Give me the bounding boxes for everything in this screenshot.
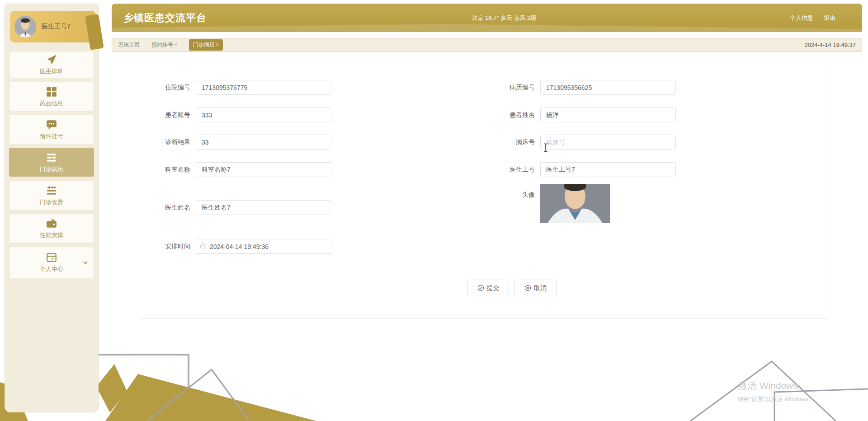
clock-icon [200, 243, 207, 252]
list-arrow-icon [46, 152, 57, 164]
weather-info: 北京 16.7° 多云 东风 2级 [472, 14, 536, 22]
close-icon[interactable]: × [174, 42, 177, 48]
sidebar-item-label: 药品信息 [40, 99, 63, 108]
department-input[interactable] [196, 162, 331, 177]
tab-label: 预约挂号 [151, 42, 173, 48]
tab-label: 门诊病历 [193, 42, 215, 48]
form-panel: 住院编号 病历编号 患者账号 患者姓名 诊断结果 病床号 科室名称 医生工号 医… [139, 67, 829, 319]
record-no-input[interactable] [540, 80, 676, 95]
doctor-avatar-image [14, 16, 36, 37]
doctor-name-label: 医生姓名 [165, 204, 190, 212]
wallet-icon [46, 218, 57, 229]
card-icon [45, 252, 58, 263]
avatar-label: 头像 [522, 191, 535, 199]
sidebar-item-label: 医生排班 [40, 67, 63, 75]
check-circle-icon [477, 285, 484, 291]
sidebar-item-hospitalization[interactable]: 住院安排 [9, 214, 94, 243]
doctor-id-label: 医生工号 [509, 166, 535, 174]
sidebar-item-label: 预约挂号 [40, 132, 63, 140]
sidebar-item-drug-info[interactable]: 药品信息 [9, 82, 94, 111]
chevron-down-icon[interactable] [83, 258, 88, 267]
avatar-field: 头像 [540, 184, 610, 223]
tab-bar: 系统首页 预约挂号× 门诊病历× 2024-4-14 19:49:37 [112, 38, 862, 52]
sidebar-item-label: 门诊收费 [40, 198, 63, 206]
user-card[interactable]: 医生工号7 [10, 11, 96, 42]
sidebar-item-doctor-schedule[interactable]: 医生排班 [9, 51, 94, 78]
sidebar-item-outpatient-records[interactable]: 门诊病历 [9, 148, 94, 177]
profile-link[interactable]: 个人信息 [790, 14, 813, 22]
sidebar: 医生工号7 医生排班 药品信息 预约挂号 门诊病历 [5, 4, 99, 412]
user-name: 医生工号7 [42, 23, 71, 31]
sidebar-item-outpatient-billing[interactable]: 门诊收费 [9, 181, 94, 210]
submit-button[interactable]: 提交 [467, 280, 509, 296]
sidebar-item-label: 住院安排 [40, 231, 63, 239]
message-icon [46, 119, 57, 131]
cancel-button[interactable]: 取消 [514, 280, 557, 296]
tab-appointment[interactable]: 预约挂号× [151, 41, 177, 49]
schedule-time-label: 安排时间 [165, 243, 190, 251]
patient-name-input[interactable] [540, 108, 676, 122]
doctor-id-input[interactable] [540, 162, 676, 177]
tab-label: 系统首页 [118, 42, 140, 48]
gray-triangle-left-outline [147, 370, 248, 421]
submit-button-label: 提交 [487, 284, 500, 292]
tab-outpatient-records[interactable]: 门诊病历× [189, 39, 223, 51]
sidebar-item-label: 门诊病历 [40, 165, 63, 173]
user-avatar [14, 16, 36, 37]
diagnosis-label: 诊断结果 [165, 138, 190, 146]
watermark-title: 激活 Windows [738, 379, 814, 392]
patient-account-label: 患者账号 [165, 111, 190, 119]
gold-triangle-large [105, 374, 316, 421]
sidebar-item-label: 个人中心 [40, 265, 63, 273]
current-timestamp: 2024-4-14 19:49:37 [805, 42, 856, 48]
send-icon [46, 54, 57, 65]
close-circle-icon [524, 285, 531, 291]
bed-no-input[interactable] [540, 135, 676, 150]
close-icon[interactable]: × [216, 42, 219, 48]
cancel-button-label: 取消 [534, 284, 547, 292]
gold-parallelogram [96, 364, 127, 412]
grid-icon [46, 86, 57, 98]
record-no-label: 病历编号 [509, 84, 535, 92]
diagnosis-input[interactable] [196, 135, 331, 150]
department-label: 科室名称 [165, 166, 190, 174]
sidebar-item-personal-center[interactable]: 个人中心 [9, 247, 94, 278]
gold-decorative-blob [85, 14, 104, 50]
sidebar-item-appointment[interactable]: 预约挂号 [9, 115, 94, 144]
bed-no-label: 病床号 [516, 138, 535, 146]
admission-no-label: 住院编号 [165, 84, 190, 92]
watermark-subtitle: 转到“设置”以激活 Windows。 [738, 395, 814, 403]
tab-system-home[interactable]: 系统首页 [118, 41, 140, 49]
logout-link[interactable]: 退出 [824, 14, 836, 22]
patient-account-input[interactable] [196, 108, 331, 122]
admission-no-input[interactable] [196, 80, 331, 95]
windows-activation-watermark: 激活 Windows 转到“设置”以激活 Windows。 [738, 379, 814, 403]
page-title: 乡镇医患交流平台 [123, 11, 207, 25]
schedule-time-input[interactable] [196, 239, 331, 254]
list-left-arrow-icon [46, 185, 57, 196]
doctor-name-input[interactable] [196, 200, 331, 215]
app-header: 乡镇医患交流平台 北京 16.7° 多云 东风 2级 个人信息 退出 [112, 4, 862, 32]
patient-name-label: 患者姓名 [509, 111, 535, 119]
doctor-photo [540, 184, 610, 223]
text-cursor [543, 143, 548, 154]
